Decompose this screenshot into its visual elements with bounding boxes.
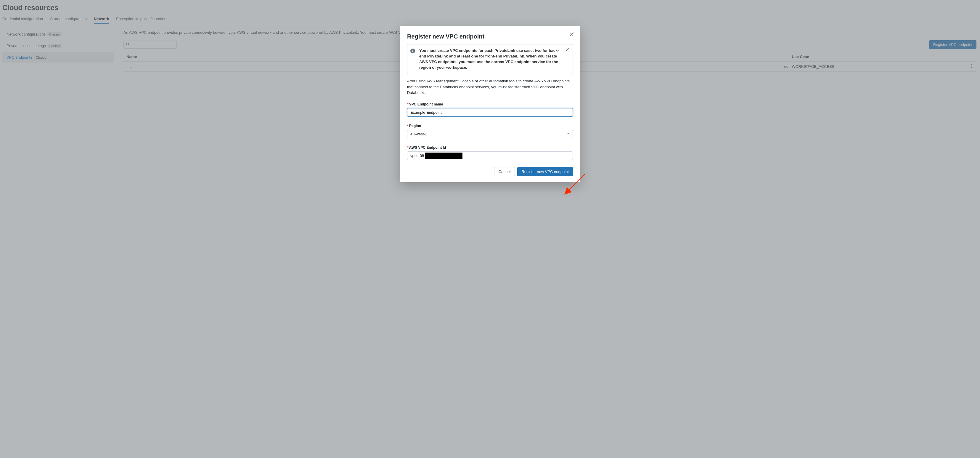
field-label: *Region <box>407 124 573 128</box>
banner-close-button[interactable] <box>565 48 570 52</box>
register-vpc-endpoint-modal: Register new VPC endpoint i You must cre… <box>400 26 580 182</box>
field-vpc-endpoint-name: *VPC Endpoint name <box>407 102 573 117</box>
field-region: *Region eu-west-2 <box>407 124 573 138</box>
close-icon <box>565 49 570 53</box>
modal-close-button[interactable] <box>569 31 575 37</box>
region-select[interactable]: eu-west-2 <box>407 130 573 138</box>
redacted-id-wrap <box>407 152 573 160</box>
field-aws-vpc-endpoint-id: *AWS VPC Endpoint Id <box>407 145 573 160</box>
info-banner: i You must create VPC endpoints for each… <box>407 44 573 74</box>
field-label: *VPC Endpoint name <box>407 102 573 106</box>
field-label: *AWS VPC Endpoint Id <box>407 145 573 150</box>
vpc-endpoint-name-input[interactable] <box>407 108 573 117</box>
redaction-bar <box>425 153 463 159</box>
required-marker: * <box>407 102 409 106</box>
modal-actions: Cancel Register new VPC endpoint <box>407 167 573 176</box>
cancel-button[interactable]: Cancel <box>494 167 515 176</box>
annotation-arrow <box>565 174 594 203</box>
info-icon: i <box>410 49 415 53</box>
modal-description: After using AWS Management Console or ot… <box>407 78 573 96</box>
register-new-vpc-endpoint-button[interactable]: Register new VPC endpoint <box>517 167 573 176</box>
close-icon <box>569 34 575 38</box>
modal-title: Register new VPC endpoint <box>407 33 573 40</box>
modal-overlay[interactable]: Register new VPC endpoint i You must cre… <box>0 0 980 458</box>
required-marker: * <box>407 124 409 128</box>
required-marker: * <box>407 145 409 150</box>
region-select-value: eu-west-2 <box>407 130 573 138</box>
banner-text: You must create VPC endpoints for each P… <box>419 48 559 70</box>
